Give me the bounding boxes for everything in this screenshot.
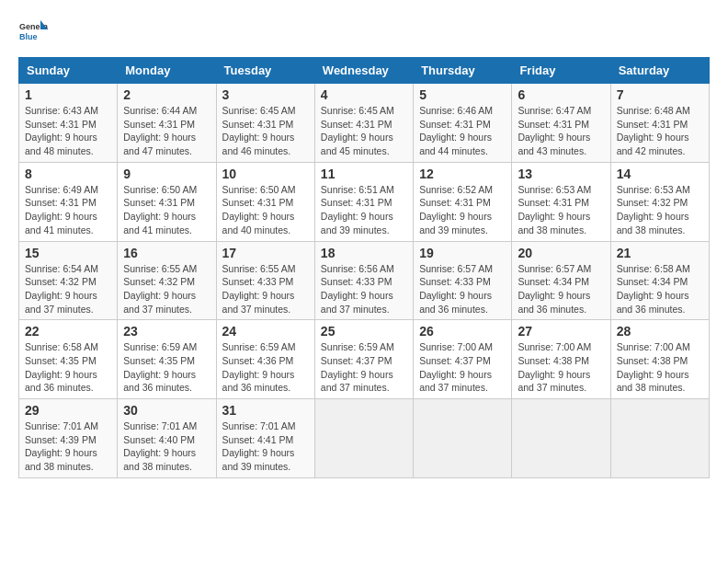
- day-number: 26: [419, 324, 506, 339]
- calendar-day-cell: 20Sunrise: 6:57 AM Sunset: 4:34 PM Dayli…: [512, 241, 610, 320]
- calendar-day-cell: 17Sunrise: 6:55 AM Sunset: 4:33 PM Dayli…: [216, 241, 314, 320]
- day-number: 8: [25, 167, 111, 181]
- day-info: Sunrise: 7:01 AM Sunset: 4:41 PM Dayligh…: [222, 419, 309, 474]
- day-header-monday: Monday: [118, 58, 216, 84]
- day-header-friday: Friday: [512, 58, 610, 84]
- calendar-table: SundayMondayTuesdayWednesdayThursdayFrid…: [18, 57, 710, 478]
- day-number: 12: [419, 167, 506, 181]
- calendar-day-cell: 14Sunrise: 6:53 AM Sunset: 4:32 PM Dayli…: [610, 162, 709, 241]
- calendar-week-5: 29Sunrise: 7:01 AM Sunset: 4:39 PM Dayli…: [19, 399, 710, 478]
- day-info: Sunrise: 6:59 AM Sunset: 4:37 PM Dayligh…: [321, 340, 407, 395]
- day-number: 22: [25, 324, 111, 339]
- header: General Blue: [18, 18, 710, 48]
- logo-svg: General Blue: [18, 18, 48, 48]
- calendar-day-cell: 21Sunrise: 6:58 AM Sunset: 4:34 PM Dayli…: [610, 241, 709, 320]
- day-info: Sunrise: 6:58 AM Sunset: 4:35 PM Dayligh…: [25, 340, 111, 395]
- day-number: 4: [321, 87, 407, 102]
- svg-text:Blue: Blue: [19, 32, 38, 41]
- day-number: 28: [617, 324, 703, 339]
- day-info: Sunrise: 6:50 AM Sunset: 4:31 PM Dayligh…: [222, 183, 309, 237]
- calendar-day-cell: [414, 399, 512, 478]
- day-header-saturday: Saturday: [610, 58, 709, 84]
- day-header-thursday: Thursday: [414, 58, 512, 84]
- calendar-day-cell: 27Sunrise: 7:00 AM Sunset: 4:38 PM Dayli…: [512, 320, 610, 399]
- calendar-day-cell: 1Sunrise: 6:43 AM Sunset: 4:31 PM Daylig…: [19, 84, 118, 163]
- calendar-day-cell: 26Sunrise: 7:00 AM Sunset: 4:37 PM Dayli…: [414, 320, 512, 399]
- day-number: 9: [123, 167, 210, 181]
- day-number: 5: [419, 87, 506, 102]
- calendar-day-cell: 30Sunrise: 7:01 AM Sunset: 4:40 PM Dayli…: [118, 399, 216, 478]
- calendar-day-cell: 7Sunrise: 6:48 AM Sunset: 4:31 PM Daylig…: [610, 84, 709, 163]
- day-info: Sunrise: 7:01 AM Sunset: 4:40 PM Dayligh…: [123, 419, 210, 474]
- day-info: Sunrise: 6:57 AM Sunset: 4:33 PM Dayligh…: [419, 262, 506, 316]
- calendar-day-cell: [512, 399, 610, 478]
- day-info: Sunrise: 6:49 AM Sunset: 4:31 PM Dayligh…: [25, 183, 111, 237]
- day-info: Sunrise: 6:58 AM Sunset: 4:34 PM Dayligh…: [617, 262, 703, 316]
- day-info: Sunrise: 6:43 AM Sunset: 4:31 PM Dayligh…: [25, 104, 111, 158]
- day-info: Sunrise: 7:00 AM Sunset: 4:38 PM Dayligh…: [518, 340, 604, 395]
- day-number: 15: [25, 246, 111, 260]
- calendar-day-cell: 23Sunrise: 6:59 AM Sunset: 4:35 PM Dayli…: [118, 320, 216, 399]
- day-info: Sunrise: 6:55 AM Sunset: 4:32 PM Dayligh…: [123, 262, 210, 316]
- day-number: 17: [222, 246, 309, 260]
- day-number: 23: [123, 324, 210, 339]
- day-info: Sunrise: 7:00 AM Sunset: 4:37 PM Dayligh…: [419, 340, 506, 395]
- day-number: 6: [518, 87, 604, 102]
- day-info: Sunrise: 6:46 AM Sunset: 4:31 PM Dayligh…: [419, 104, 506, 158]
- day-info: Sunrise: 6:48 AM Sunset: 4:31 PM Dayligh…: [617, 104, 703, 158]
- day-info: Sunrise: 6:56 AM Sunset: 4:33 PM Dayligh…: [321, 262, 407, 316]
- day-number: 7: [617, 87, 703, 102]
- day-info: Sunrise: 6:57 AM Sunset: 4:34 PM Dayligh…: [518, 262, 604, 316]
- logo: General Blue: [18, 18, 48, 48]
- day-number: 1: [25, 87, 111, 102]
- day-info: Sunrise: 7:01 AM Sunset: 4:39 PM Dayligh…: [25, 419, 111, 474]
- day-info: Sunrise: 6:54 AM Sunset: 4:32 PM Dayligh…: [25, 262, 111, 316]
- day-number: 10: [222, 167, 309, 181]
- calendar-week-1: 1Sunrise: 6:43 AM Sunset: 4:31 PM Daylig…: [19, 84, 710, 163]
- day-number: 14: [617, 167, 703, 181]
- day-info: Sunrise: 6:52 AM Sunset: 4:31 PM Dayligh…: [419, 183, 506, 237]
- day-info: Sunrise: 6:47 AM Sunset: 4:31 PM Dayligh…: [518, 104, 604, 158]
- calendar-day-cell: [610, 399, 709, 478]
- day-info: Sunrise: 6:45 AM Sunset: 4:31 PM Dayligh…: [321, 104, 407, 158]
- day-info: Sunrise: 6:59 AM Sunset: 4:35 PM Dayligh…: [123, 340, 210, 395]
- calendar-header-row: SundayMondayTuesdayWednesdayThursdayFrid…: [19, 58, 710, 84]
- calendar-day-cell: 9Sunrise: 6:50 AM Sunset: 4:31 PM Daylig…: [118, 162, 216, 241]
- day-number: 31: [222, 403, 309, 418]
- day-info: Sunrise: 6:59 AM Sunset: 4:36 PM Dayligh…: [222, 340, 309, 395]
- calendar-day-cell: 8Sunrise: 6:49 AM Sunset: 4:31 PM Daylig…: [19, 162, 118, 241]
- day-number: 19: [419, 246, 506, 260]
- calendar-day-cell: 16Sunrise: 6:55 AM Sunset: 4:32 PM Dayli…: [118, 241, 216, 320]
- day-number: 29: [25, 403, 111, 418]
- calendar-day-cell: 2Sunrise: 6:44 AM Sunset: 4:31 PM Daylig…: [118, 84, 216, 163]
- day-number: 27: [518, 324, 604, 339]
- calendar-week-3: 15Sunrise: 6:54 AM Sunset: 4:32 PM Dayli…: [19, 241, 710, 320]
- day-number: 3: [222, 87, 309, 102]
- calendar-day-cell: 6Sunrise: 6:47 AM Sunset: 4:31 PM Daylig…: [512, 84, 610, 163]
- day-info: Sunrise: 6:45 AM Sunset: 4:31 PM Dayligh…: [222, 104, 309, 158]
- calendar-day-cell: 19Sunrise: 6:57 AM Sunset: 4:33 PM Dayli…: [414, 241, 512, 320]
- day-number: 20: [518, 246, 604, 260]
- calendar-day-cell: 25Sunrise: 6:59 AM Sunset: 4:37 PM Dayli…: [314, 320, 413, 399]
- day-info: Sunrise: 6:53 AM Sunset: 4:31 PM Dayligh…: [518, 183, 604, 237]
- calendar-day-cell: 10Sunrise: 6:50 AM Sunset: 4:31 PM Dayli…: [216, 162, 314, 241]
- calendar-day-cell: 31Sunrise: 7:01 AM Sunset: 4:41 PM Dayli…: [216, 399, 314, 478]
- day-info: Sunrise: 6:55 AM Sunset: 4:33 PM Dayligh…: [222, 262, 309, 316]
- day-info: Sunrise: 7:00 AM Sunset: 4:38 PM Dayligh…: [617, 340, 703, 395]
- calendar-day-cell: 5Sunrise: 6:46 AM Sunset: 4:31 PM Daylig…: [414, 84, 512, 163]
- day-header-tuesday: Tuesday: [216, 58, 314, 84]
- calendar-day-cell: 24Sunrise: 6:59 AM Sunset: 4:36 PM Dayli…: [216, 320, 314, 399]
- day-info: Sunrise: 6:51 AM Sunset: 4:31 PM Dayligh…: [321, 183, 407, 237]
- day-info: Sunrise: 6:50 AM Sunset: 4:31 PM Dayligh…: [123, 183, 210, 237]
- day-header-wednesday: Wednesday: [314, 58, 413, 84]
- calendar-day-cell: 18Sunrise: 6:56 AM Sunset: 4:33 PM Dayli…: [314, 241, 413, 320]
- day-number: 2: [123, 87, 210, 102]
- day-number: 18: [321, 246, 407, 260]
- day-number: 13: [518, 167, 604, 181]
- calendar-day-cell: [314, 399, 413, 478]
- calendar-day-cell: 15Sunrise: 6:54 AM Sunset: 4:32 PM Dayli…: [19, 241, 118, 320]
- day-info: Sunrise: 6:44 AM Sunset: 4:31 PM Dayligh…: [123, 104, 210, 158]
- calendar-day-cell: 11Sunrise: 6:51 AM Sunset: 4:31 PM Dayli…: [314, 162, 413, 241]
- calendar-day-cell: 29Sunrise: 7:01 AM Sunset: 4:39 PM Dayli…: [19, 399, 118, 478]
- calendar-day-cell: 13Sunrise: 6:53 AM Sunset: 4:31 PM Dayli…: [512, 162, 610, 241]
